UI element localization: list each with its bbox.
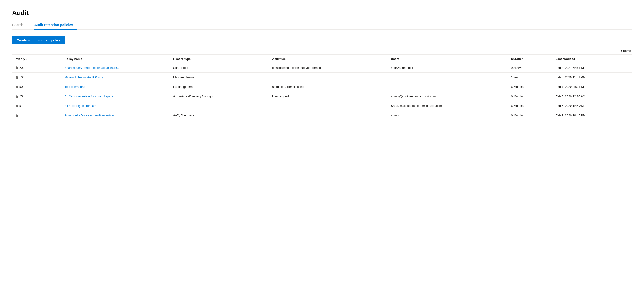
tab-audit-retention[interactable]: Audit retention policies [34, 20, 77, 29]
record-type-cell: AeD, Discovery [170, 111, 270, 120]
last-modified-cell: Feb 5, 2020 11:51 PM [553, 72, 632, 82]
delete-icon[interactable]: 🗑 [15, 85, 18, 89]
duration-cell: 6 Months [508, 92, 553, 101]
record-type-cell: ExchangeItem [170, 82, 270, 92]
tab-search[interactable]: Search [12, 20, 27, 29]
priority-value: 100 [19, 75, 24, 79]
policy-name-cell[interactable]: Advanced eDiscovery audit retention [62, 111, 170, 120]
priority-cell: 🗑 50 [12, 82, 62, 92]
activities-cell: fileaccessed, searchqueryperformed [270, 63, 388, 72]
duration-cell: 6 Months [508, 82, 553, 92]
col-header-record-type[interactable]: Record type [170, 55, 270, 63]
col-header-policy-name[interactable]: Policy name [62, 55, 170, 63]
priority-value: 50 [19, 85, 22, 88]
activities-cell: UserLoggedIn [270, 92, 388, 101]
table-row: 🗑 5 All record types for saraSaraD@alpin… [12, 101, 632, 111]
table-row: 🗑 1 Advanced eDiscovery audit retentionA… [12, 111, 632, 120]
priority-cell: 🗑 1 [12, 111, 62, 120]
page-title: Audit [12, 9, 632, 17]
users-cell [388, 82, 508, 92]
users-cell: admin [388, 111, 508, 120]
policy-name-cell[interactable]: Test operations [62, 82, 170, 92]
table-header-row: Priority↓ Policy name Record type Activi… [12, 55, 632, 63]
items-count: 6 items [12, 49, 632, 52]
record-type-cell [170, 101, 270, 111]
duration-cell: 6 Months [508, 111, 553, 120]
col-header-activities[interactable]: Activities [270, 55, 388, 63]
col-header-duration[interactable]: Duration [508, 55, 553, 63]
delete-icon[interactable]: 🗑 [15, 104, 18, 108]
last-modified-cell: Feb 7, 2020 8:59 PM [553, 82, 632, 92]
users-cell: SaraD@alpinehouse.onmicrosoft.com [388, 101, 508, 111]
policy-name-cell[interactable]: SearchQueryPerformed by app@share... [62, 63, 170, 72]
sort-icon: ↓ [26, 58, 28, 60]
col-header-users[interactable]: Users [388, 55, 508, 63]
users-cell [388, 72, 508, 82]
priority-cell: 🗑 25 [12, 92, 62, 101]
last-modified-cell: Feb 5, 2020 1:44 AM [553, 101, 632, 111]
delete-icon[interactable]: 🗑 [15, 75, 18, 79]
users-cell: app@sharepoint [388, 63, 508, 72]
duration-cell: 90 Days [508, 63, 553, 72]
duration-cell: 6 Months [508, 101, 553, 111]
table-row: 🗑 50 Test operationsExchangeItemsoftdele… [12, 82, 632, 92]
table-row: 🗑 25 SixMonth retention for admin logons… [12, 92, 632, 101]
last-modified-cell: Feb 7, 2020 10:45 PM [553, 111, 632, 120]
activities-cell [270, 72, 388, 82]
record-type-cell: AzureActiveDirectoryStsLogon [170, 92, 270, 101]
create-policy-button[interactable]: Create audit retention policy [12, 36, 65, 44]
record-type-cell: MicrosoftTeams [170, 72, 270, 82]
last-modified-cell: Feb 6, 2020 12:26 AM [553, 92, 632, 101]
priority-value: 5 [19, 104, 21, 108]
priority-cell: 🗑 100 [12, 72, 62, 82]
priority-value: 25 [19, 95, 22, 98]
table-row: 🗑 200 SearchQueryPerformed by app@share.… [12, 63, 632, 72]
delete-icon[interactable]: 🗑 [15, 66, 18, 70]
col-header-priority[interactable]: Priority↓ [12, 55, 62, 63]
users-cell: admin@contoso.onmicrosoft.com [388, 92, 508, 101]
activities-cell: softdelete, fileaccessed [270, 82, 388, 92]
policy-name-cell[interactable]: SixMonth retention for admin logons [62, 92, 170, 101]
policy-name-cell[interactable]: Microsoft Teams Audit Policy [62, 72, 170, 82]
col-header-last-modified[interactable]: Last Modified [553, 55, 632, 63]
record-type-cell: SharePoint [170, 63, 270, 72]
activities-cell [270, 101, 388, 111]
policies-table: Priority↓ Policy name Record type Activi… [12, 55, 632, 120]
priority-cell: 🗑 5 [12, 101, 62, 111]
priority-cell: 🗑 200 [12, 63, 62, 72]
table-row: 🗑 100 Microsoft Teams Audit PolicyMicros… [12, 72, 632, 82]
last-modified-cell: Feb 4, 2021 6:46 PM [553, 63, 632, 72]
delete-icon[interactable]: 🗑 [15, 114, 18, 117]
priority-value: 1 [19, 114, 21, 117]
policies-table-container: Priority↓ Policy name Record type Activi… [12, 54, 632, 120]
policy-name-cell[interactable]: All record types for sara [62, 101, 170, 111]
delete-icon[interactable]: 🗑 [15, 95, 18, 98]
duration-cell: 1 Year [508, 72, 553, 82]
priority-value: 200 [19, 66, 24, 69]
tabs-container: Search Audit retention policies [12, 20, 632, 29]
activities-cell [270, 111, 388, 120]
